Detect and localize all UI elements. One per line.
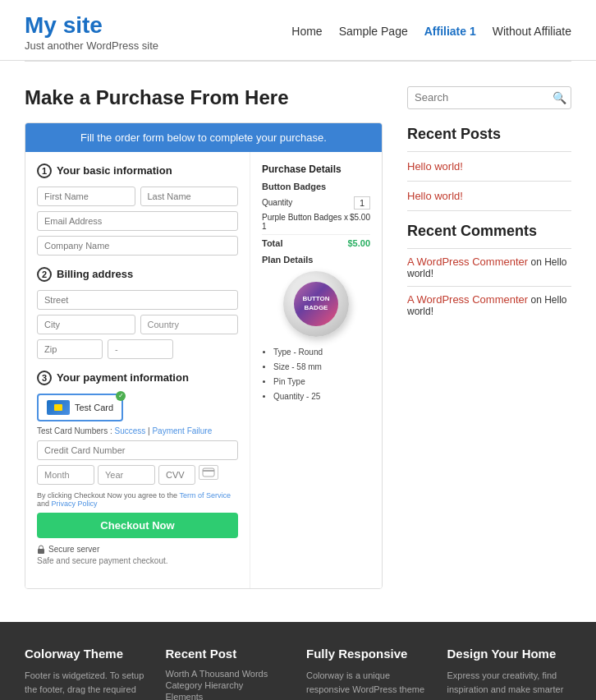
quantity-row: Quantity 1 xyxy=(262,196,370,210)
name-row xyxy=(37,187,238,206)
recent-posts-title: Recent Posts xyxy=(407,126,571,143)
purchase-title: Purchase Details xyxy=(262,163,370,175)
form-section-payment: 3 Your payment information Test Card ✓ T… xyxy=(37,371,238,565)
badge-inner: BUTTON BADGE xyxy=(294,282,338,326)
main-content: Make a Purchase From Here Fill the order… xyxy=(0,62,596,614)
nav-home[interactable]: Home xyxy=(291,25,322,38)
footer-post-link-2[interactable]: Category Hierarchy xyxy=(166,680,291,690)
search-input[interactable] xyxy=(415,91,552,104)
footer-col2-title: Recent Post xyxy=(166,647,291,661)
page-title: Make a Purchase From Here xyxy=(25,86,383,109)
footer-col-design: Design Your Home Express your creativity… xyxy=(447,647,572,700)
email-input[interactable] xyxy=(37,211,238,231)
recent-comment-1: A WordPress Commenter on Hello world! xyxy=(407,256,571,279)
zip-input[interactable] xyxy=(37,339,103,359)
nav-without-affiliate[interactable]: Without Affiliate xyxy=(493,25,571,38)
card-chip xyxy=(54,404,62,411)
footer-post-link-3[interactable]: Elements xyxy=(166,692,291,700)
street-input[interactable] xyxy=(37,290,238,310)
payment-method-box[interactable]: Test Card ✓ xyxy=(37,394,123,421)
month-select[interactable]: Month xyxy=(37,465,94,485)
footer: Colorway Theme Footer is widgetized. To … xyxy=(0,622,596,700)
checkmark-badge: ✓ xyxy=(116,391,126,401)
city-country-row: Country xyxy=(37,315,238,334)
terms-text: By clicking Checkout Now you agree to th… xyxy=(37,491,238,508)
card-icon xyxy=(47,400,70,415)
quantity-label: Quantity xyxy=(262,198,292,207)
company-row xyxy=(37,236,238,256)
section2-title: 2 Billing address xyxy=(37,267,238,282)
cvv-input[interactable] xyxy=(158,465,195,485)
quantity-value: 1 xyxy=(354,196,370,210)
secure-row: Secure server xyxy=(37,545,238,555)
payment-method-label: Test Card xyxy=(75,403,113,412)
nav-affiliate1[interactable]: Affiliate 1 xyxy=(424,25,476,38)
plan-title: Plan Details xyxy=(262,255,370,265)
footer-post-link-1[interactable]: Worth A Thousand Words xyxy=(166,669,291,679)
main-nav: Home Sample Page Affiliate 1 Without Aff… xyxy=(291,25,571,38)
item-price: $5.00 xyxy=(350,213,370,231)
badge-text-line1: BUTTON xyxy=(302,295,329,303)
company-input[interactable] xyxy=(37,236,238,256)
section3-title: 3 Your payment information xyxy=(37,371,238,385)
badge-text-line2: BADGE xyxy=(302,304,329,312)
footer-col-colorway: Colorway Theme Footer is widgetized. To … xyxy=(25,647,149,700)
last-name-input[interactable] xyxy=(140,187,239,206)
order-card-header: Fill the order form below to complete yo… xyxy=(25,123,382,152)
total-row: Total $5.00 xyxy=(262,234,370,248)
footer-col4-title: Design Your Home xyxy=(447,647,572,661)
button-badges-title: Button Badges xyxy=(262,182,370,191)
svg-rect-2 xyxy=(38,549,44,554)
year-select[interactable]: Year xyxy=(98,465,155,485)
site-title: My site xyxy=(25,12,158,39)
secure-label: Secure server xyxy=(48,545,99,554)
cc-input[interactable] xyxy=(37,440,238,460)
sidebar-divider-5 xyxy=(407,286,571,287)
cc-row xyxy=(37,440,238,460)
email-row xyxy=(37,211,238,231)
form-section-billing: 2 Billing address Country xyxy=(37,267,238,359)
plan-details: Type - RoundSize - 58 mmPin TypeQuantity… xyxy=(262,345,370,404)
section1-title: 1 Your basic information xyxy=(37,163,238,178)
footer-col1-title: Colorway Theme xyxy=(25,647,149,661)
sidebar: 🔍 Recent Posts Hello world! Hello world!… xyxy=(407,86,571,589)
recent-post-1[interactable]: Hello world! xyxy=(407,159,571,174)
country-select[interactable]: Country xyxy=(140,315,239,334)
safe-text: Safe and secure payment checkout. xyxy=(37,556,238,565)
footer-col-responsive: Fully Responsive Colorway is a unique re… xyxy=(306,647,431,700)
svg-rect-0 xyxy=(203,468,214,477)
state-select[interactable]: - xyxy=(108,339,173,359)
first-name-input[interactable] xyxy=(37,187,135,206)
sidebar-divider-4 xyxy=(407,248,571,249)
recent-comment-2: A WordPress Commenter on Hello world! xyxy=(407,293,571,317)
sidebar-divider-1 xyxy=(407,151,571,152)
lock-icon xyxy=(37,545,45,555)
recent-post-2[interactable]: Hello world! xyxy=(407,188,571,204)
search-icon[interactable]: 🔍 xyxy=(552,91,566,104)
checkout-button[interactable]: Checkout Now xyxy=(37,513,238,538)
plan-detail-item: Size - 58 mm xyxy=(273,360,370,375)
test-card-numbers: Test Card Numbers : Success | Payment Fa… xyxy=(37,426,238,435)
order-left: 1 Your basic information xyxy=(25,152,250,588)
order-header-text: Fill the order form below to complete yo… xyxy=(80,131,327,144)
terms-link[interactable]: Term of Service xyxy=(179,491,231,500)
item-label: Purple Button Badges x 1 xyxy=(262,213,350,231)
item-price-row: Purple Button Badges x 1 $5.00 xyxy=(262,213,370,231)
sidebar-divider-3 xyxy=(407,210,571,211)
plan-detail-item: Type - Round xyxy=(273,345,370,360)
total-label: Total xyxy=(262,238,282,248)
nav-sample-page[interactable]: Sample Page xyxy=(339,25,408,38)
sidebar-divider-2 xyxy=(407,181,571,182)
site-tagline: Just another WordPress site xyxy=(25,39,158,52)
privacy-link[interactable]: Privacy Policy xyxy=(52,500,98,508)
zip-state-row: - xyxy=(37,339,238,359)
city-input[interactable] xyxy=(37,315,135,334)
failure-link[interactable]: Payment Failure xyxy=(152,426,212,435)
success-link[interactable]: Success xyxy=(114,426,145,435)
section3-num: 3 xyxy=(37,371,52,385)
section1-num: 1 xyxy=(37,163,52,178)
form-section-basic: 1 Your basic information xyxy=(37,163,238,256)
footer-col3-title: Fully Responsive xyxy=(306,647,431,661)
order-right: Purchase Details Button Badges Quantity … xyxy=(250,152,382,588)
badge-image: BUTTON BADGE xyxy=(283,271,349,337)
